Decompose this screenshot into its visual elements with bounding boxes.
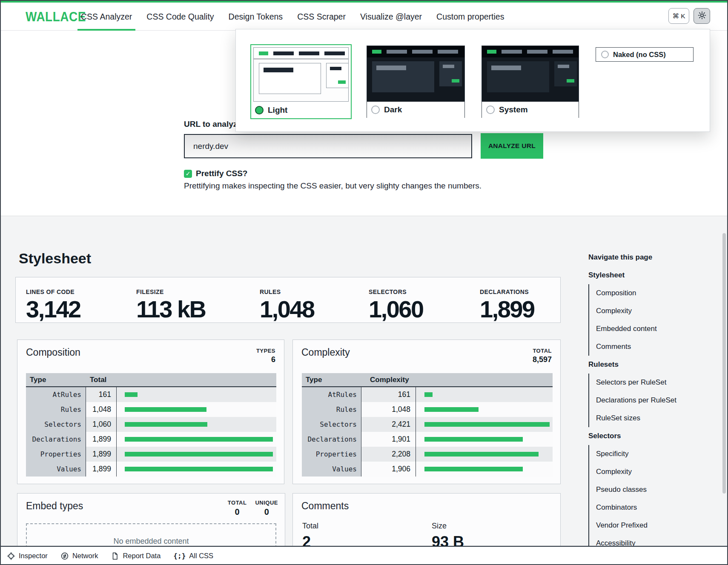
report-data-tool[interactable]: Report Data bbox=[111, 552, 161, 560]
tab-custom-properties[interactable]: Custom properties bbox=[436, 3, 504, 31]
value-bar bbox=[424, 407, 479, 412]
page-nav-title: Navigate this page bbox=[588, 248, 699, 266]
light-label: Light bbox=[268, 106, 287, 115]
embed-total-meta: TOTAL 0 bbox=[228, 499, 247, 517]
page-nav-sidebar: Navigate this page Stylesheet Compositio… bbox=[588, 248, 699, 552]
table-row: Values 1,906 bbox=[302, 462, 553, 477]
url-to-analyze-label: URL to analyze bbox=[184, 120, 242, 129]
url-input[interactable] bbox=[184, 134, 472, 158]
value-bar bbox=[424, 392, 433, 397]
naked-label: Naked (no CSS) bbox=[613, 51, 666, 59]
value-bar bbox=[125, 407, 206, 412]
system-radio[interactable] bbox=[486, 106, 495, 114]
theme-option-light[interactable]: Light bbox=[250, 44, 352, 119]
composition-table-header: Type Total bbox=[26, 373, 276, 387]
analyze-url-button[interactable]: ANALYZE URL bbox=[481, 133, 543, 159]
nav-item-composition[interactable]: Composition bbox=[596, 284, 699, 302]
complexity-card: Complexity TOTAL 8,597 Type Complexity A… bbox=[292, 340, 561, 484]
value-bar bbox=[125, 422, 207, 427]
nav-item-specificity[interactable]: Specificity bbox=[596, 445, 699, 463]
theme-option-system[interactable]: System bbox=[482, 46, 579, 118]
complexity-table: Type Complexity AtRules 161 Rules 1,048 … bbox=[302, 373, 553, 477]
composition-title: Composition bbox=[26, 347, 80, 358]
all-css-tool[interactable]: {;} All CSS bbox=[173, 552, 213, 560]
scrollbar-thumb[interactable] bbox=[722, 233, 726, 494]
value-bar bbox=[424, 467, 523, 471]
dark-radio[interactable] bbox=[371, 106, 380, 114]
page-title: Stylesheet bbox=[19, 250, 91, 267]
nav-item-comments[interactable]: Comments bbox=[596, 338, 699, 356]
inspector-tool[interactable]: Inspector bbox=[7, 552, 48, 560]
tab-visualize-layer[interactable]: Visualize @layer bbox=[360, 3, 422, 31]
nav-item-embedded-content[interactable]: Embedded content bbox=[596, 320, 699, 338]
table-row: Rules 1,048 bbox=[302, 402, 553, 417]
prettify-label: Prettify CSS? bbox=[196, 169, 247, 178]
theme-option-dark[interactable]: Dark bbox=[367, 46, 465, 118]
value-bar bbox=[125, 392, 138, 397]
nav-item-pseudo-classes[interactable]: Pseudo classes bbox=[596, 481, 699, 499]
table-row: Properties 2,208 bbox=[302, 447, 553, 462]
nav-group-selectors: Specificity Complexity Pseudo classes Co… bbox=[588, 445, 699, 552]
nav-section-stylesheet[interactable]: Stylesheet bbox=[588, 266, 699, 284]
braces-icon: {;} bbox=[173, 552, 186, 560]
system-label: System bbox=[499, 105, 528, 114]
nav-item-declarations-per-ruleset[interactable]: Declarations per RuleSet bbox=[596, 391, 699, 409]
theme-option-naked[interactable]: Naked (no CSS) bbox=[596, 47, 694, 62]
nav-item-vendor-prefixed[interactable]: Vendor Prefixed bbox=[596, 516, 699, 534]
results-section: Stylesheet LINES OF CODE 3,142 FILESIZE … bbox=[0, 216, 728, 565]
complexity-total-meta: TOTAL 8,597 bbox=[533, 348, 552, 364]
naked-radio[interactable] bbox=[601, 51, 609, 58]
sun-icon bbox=[698, 11, 706, 21]
stylesheet-stats-card: LINES OF CODE 3,142 FILESIZE 113 kB RULE… bbox=[15, 277, 561, 323]
table-row: Declarations 1,901 bbox=[302, 432, 553, 447]
value-bar bbox=[125, 452, 273, 457]
prettify-help-text: Prettifying makes inspecting the CSS eas… bbox=[184, 181, 482, 191]
network-tool[interactable]: Network bbox=[60, 552, 98, 560]
value-bar bbox=[424, 437, 523, 442]
tab-css-code-quality[interactable]: CSS Code Quality bbox=[146, 3, 214, 31]
wallace-logo[interactable]: WALLACE bbox=[26, 9, 86, 25]
table-row: Properties 1,899 bbox=[26, 447, 276, 462]
embed-unique-meta: UNIQUE 0 bbox=[255, 499, 278, 517]
table-row: Selectors 2,421 bbox=[302, 417, 553, 432]
theme-picker-dropdown: Light Dark bbox=[235, 29, 710, 132]
comments-title: Comments bbox=[301, 500, 349, 512]
command-k-button[interactable]: ⌘ K bbox=[668, 8, 689, 24]
nav-item-selectors-complexity[interactable]: Complexity bbox=[596, 463, 699, 481]
table-row: Declarations 1,899 bbox=[26, 432, 276, 447]
file-icon bbox=[111, 552, 119, 560]
system-theme-preview bbox=[482, 46, 579, 102]
tab-css-analyzer[interactable]: CSS Analyzer bbox=[81, 3, 132, 31]
top-navbar: WALLACE CSS Analyzer CSS Code Quality De… bbox=[0, 0, 728, 31]
network-icon bbox=[60, 552, 69, 560]
nav-section-selectors[interactable]: Selectors bbox=[588, 427, 699, 445]
value-bar bbox=[125, 467, 273, 471]
nav-item-ruleset-sizes[interactable]: RuleSet sizes bbox=[596, 409, 699, 427]
light-radio[interactable] bbox=[255, 106, 264, 114]
dark-label: Dark bbox=[384, 105, 402, 114]
value-bar bbox=[424, 422, 550, 427]
light-theme-preview bbox=[253, 47, 349, 102]
composition-table: Type Total AtRules 161 Rules 1,048 Selec… bbox=[26, 373, 276, 477]
value-bar bbox=[424, 452, 539, 457]
value-bar bbox=[125, 437, 273, 442]
tab-css-scraper[interactable]: CSS Scraper bbox=[297, 3, 346, 31]
tab-design-tokens[interactable]: Design Tokens bbox=[229, 3, 283, 31]
bottom-toolbar: Inspector Network Report Data {;} bbox=[0, 546, 728, 565]
theme-toggle-button[interactable] bbox=[694, 8, 710, 24]
nav-group-rulesets: Selectors per RuleSet Declarations per R… bbox=[588, 374, 699, 427]
complexity-table-header: Type Complexity bbox=[302, 373, 553, 387]
nav-group-stylesheet: Composition Complexity Embedded content … bbox=[588, 284, 699, 356]
dark-theme-preview bbox=[367, 46, 464, 102]
complexity-title: Complexity bbox=[301, 347, 350, 358]
prettify-checkbox[interactable]: ✓ bbox=[184, 170, 192, 178]
table-row: Rules 1,048 bbox=[26, 402, 276, 417]
embed-types-title: Embed types bbox=[26, 500, 83, 512]
nav-item-combinators[interactable]: Combinators bbox=[596, 499, 699, 516]
nav-section-rulesets[interactable]: Rulesets bbox=[588, 356, 699, 374]
nav-item-complexity[interactable]: Complexity bbox=[596, 302, 699, 320]
composition-card: Composition TYPES 6 Type Total AtRules 1… bbox=[17, 340, 284, 484]
nav-item-selectors-per-ruleset[interactable]: Selectors per RuleSet bbox=[596, 374, 699, 391]
table-row: Values 1,899 bbox=[26, 462, 276, 477]
table-row: AtRules 161 bbox=[302, 387, 553, 402]
